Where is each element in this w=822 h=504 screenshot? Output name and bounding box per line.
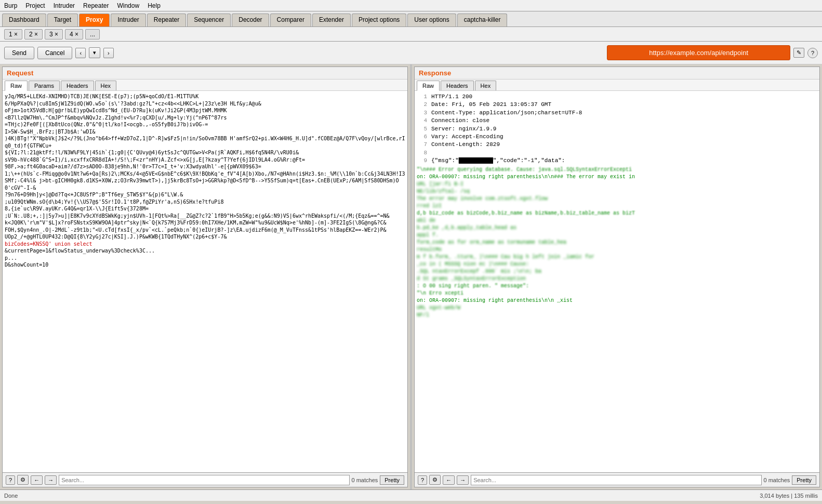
tab-comparer[interactable]: Comparer: [270, 14, 311, 26]
resp-result-line: resultMo: [417, 246, 817, 254]
edit-button[interactable]: ✎: [793, 48, 804, 58]
request-help-icon[interactable]: ?: [6, 475, 15, 485]
tab-repeater[interactable]: Repeater: [147, 14, 186, 26]
cancel-button[interactable]: Cancel: [37, 47, 72, 59]
resp-error-line: "\n### Error querying database. Cause: j…: [417, 166, 817, 174]
resp-line-7: 7 Content-Length: 2829: [417, 141, 817, 149]
response-tab-hex[interactable]: Hex: [475, 81, 497, 90]
resp-line-8: 8: [417, 149, 817, 157]
request-forward-icon[interactable]: →: [45, 475, 57, 485]
resp-line-5: 5 Server: nginx/1.9.9: [417, 125, 817, 133]
request-title: Request: [7, 69, 33, 77]
resp-bpd-line: b.pd_ke ,d,b.apply_table_head as: [417, 224, 817, 232]
response-gear-icon[interactable]: ⚙: [429, 475, 441, 485]
tab-target[interactable]: Target: [47, 14, 78, 26]
resp-nn-line: "\n Erro xcepti: [417, 290, 817, 297]
response-help-icon[interactable]: ?: [418, 475, 427, 485]
tab-user-options[interactable]: User options: [407, 14, 456, 26]
menu-project[interactable]: Project: [21, 1, 49, 10]
resp-line-6: 6 Vary: Accept-Encoding: [417, 133, 817, 141]
tab-dashboard[interactable]: Dashboard: [2, 14, 46, 26]
resp-line-3: 3 Content-Type: application/json;charset…: [417, 109, 817, 117]
target-url-button[interactable]: https://example.com/api/endpoint: [607, 45, 790, 60]
numtab-2[interactable]: 2 ×: [24, 29, 43, 39]
resp-oo-line: : O 00 sing right paren. " message":: [417, 283, 817, 290]
resp-url-line: URL [jar:fi B-I: [417, 181, 817, 188]
numtab-3[interactable]: 3 ×: [45, 29, 63, 39]
resp-abl-line: abl de: [417, 217, 817, 224]
response-content[interactable]: 1 HTTP/1.1 200 2 Date: Fri, 05 Feb 2021 …: [415, 91, 819, 472]
menubar: Burp Project Intruder Repeater Window He…: [0, 0, 822, 11]
resp-nf-line: NF/l: [417, 312, 817, 319]
menu-help[interactable]: Help: [143, 1, 165, 10]
request-tab-raw[interactable]: Raw: [5, 81, 28, 91]
request-tab-hex[interactable]: Hex: [95, 81, 117, 90]
response-header: Response: [415, 67, 819, 79]
response-back-icon[interactable]: ←: [443, 475, 455, 485]
response-search-input[interactable]: [471, 475, 761, 485]
nav-down-button[interactable]: ▾: [89, 47, 100, 58]
tab-intruder[interactable]: Intruder: [111, 14, 145, 26]
request-panel: Request Raw Params Headers Hex yJq/MR5+L…: [2, 67, 408, 487]
resp-on-line: on: ORA-00907: missing right parenthesis…: [417, 297, 817, 304]
main-content: Request Raw Params Headers Hex yJq/MR5+L…: [0, 64, 822, 489]
request-tab-params[interactable]: Params: [29, 81, 60, 90]
tab-decoder[interactable]: Decoder: [232, 14, 269, 26]
tab-captcha-killer[interactable]: captcha-killer: [457, 14, 508, 26]
request-header: Request: [3, 67, 407, 79]
request-matches: 0 matches: [352, 477, 378, 483]
request-tab-headers[interactable]: Headers: [61, 81, 94, 90]
send-button[interactable]: Send: [4, 47, 34, 59]
resp-url2-line: URL xgxt-web/W: [417, 304, 817, 312]
resp-line-9: 9 {"msg":"██████████","code":"-1","data"…: [417, 157, 817, 165]
nav-back-button[interactable]: ‹: [75, 48, 86, 58]
response-tab-raw[interactable]: Raw: [417, 81, 440, 91]
request-back-icon[interactable]: ←: [31, 475, 43, 485]
request-content[interactable]: yJq/MR5+LLEKd-XNIMHD)TCB)JE(NK[ESE-E(p7)…: [3, 91, 407, 472]
response-title: Response: [419, 69, 451, 77]
resp-ora-line: on: ORA-00907: missing right parenthesis…: [417, 174, 817, 181]
request-bottombar: ? ⚙ ← → 0 matches Pretty: [3, 472, 407, 487]
menu-window[interactable]: Window: [113, 1, 143, 10]
resp-line-2: 2 Date: Fri, 05 Feb 2021 13:05:37 GMT: [417, 101, 817, 109]
menu-repeater[interactable]: Repeater: [79, 1, 113, 10]
tab-sequencer[interactable]: Sequencer: [187, 14, 231, 26]
response-panel: Response Raw Headers Hex 1 HTTP/1.1 200 …: [414, 67, 820, 487]
help-button[interactable]: ?: [807, 48, 818, 58]
numtab-1[interactable]: 1 ×: [4, 29, 22, 39]
tab-project-options[interactable]: Project options: [352, 14, 406, 26]
numtab-4[interactable]: 4 ×: [65, 29, 83, 39]
response-pretty-button[interactable]: Pretty: [792, 475, 816, 485]
numtab-more[interactable]: ...: [85, 29, 100, 39]
status-right: 3,014 bytes | 135 millis: [760, 493, 818, 499]
resp-inv-line: The error may involve com.ztsoft.xgxt.fl…: [417, 195, 817, 203]
tab-proxy[interactable]: Proxy: [79, 14, 110, 26]
resp-co-line: _co in ( MSSSQ nion ec )\n### Cause:: [417, 261, 817, 268]
status-left: Done: [4, 493, 18, 499]
request-pretty-button[interactable]: Pretty: [380, 475, 404, 485]
response-tab-headers[interactable]: Headers: [441, 81, 474, 90]
resp-biz-line: d,b biz_code as bizCode,b.biz_name as bi…: [417, 210, 817, 217]
num-tabbar: 1 × 2 × 3 × 4 × ...: [0, 27, 822, 42]
request-subtabbar: Raw Params Headers Hex: [3, 79, 407, 91]
resp-nfe-line: NE/lib/zftal- /sq: [417, 188, 817, 195]
tab-extender[interactable]: Extender: [312, 14, 351, 26]
request-gear-icon[interactable]: ⚙: [17, 475, 29, 485]
resp-line-4: 4 Connection: close: [417, 117, 817, 125]
resp-err2-line: rred lzI: [417, 203, 817, 210]
panel-divider[interactable]: [410, 64, 412, 489]
resp-appl-line: appl f.: [417, 232, 817, 239]
response-forward-icon[interactable]: →: [457, 475, 469, 485]
request-search-input[interactable]: [59, 475, 349, 485]
resp-d-line: d St grams _SQLSyntaxErrorException: [417, 275, 817, 283]
menu-burp[interactable]: Burp: [0, 1, 21, 10]
resp-form-line: form_code as for orm_name as tormuname t…: [417, 239, 817, 246]
response-bottombar: ? ⚙ ← → 0 matches Pretty: [415, 472, 819, 487]
response-matches: 0 matches: [764, 477, 790, 483]
response-subtabbar: Raw Headers Hex: [415, 79, 819, 91]
main-tabbar: Dashboard Target Proxy Intruder Repeater…: [0, 11, 822, 27]
statusbar: Done 3,014 bytes | 135 millis: [0, 489, 822, 501]
resp-line-1: 1 HTTP/1.1 200: [417, 93, 817, 101]
nav-fwd-button[interactable]: ›: [103, 48, 114, 58]
menu-intruder[interactable]: Intruder: [49, 1, 79, 10]
